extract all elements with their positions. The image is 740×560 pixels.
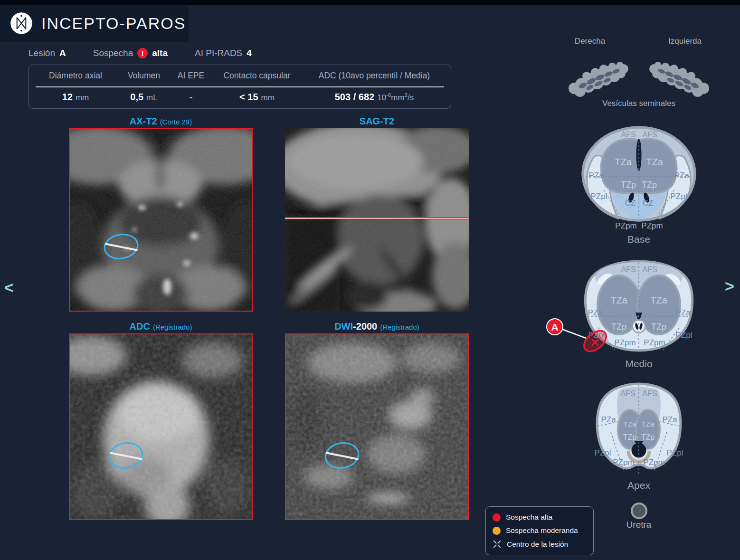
zone-label-pzpm: PZpm [615,221,636,230]
zone-label-tza: TZa [646,157,663,167]
left-side-label: Izquierda [657,37,712,46]
zone-label-pza: PZa [588,171,604,180]
urethra-icon [631,503,647,519]
zone-label-tzp: TZp [611,322,626,332]
lesion-label: Lesión [28,48,55,58]
zone-label-pzpm: PZpm [644,338,665,347]
zone-label-tza: TZa [615,157,632,167]
zone-label-tza: TZa [650,295,667,305]
suspicion-legend: Sospecha alta Sospecha moderanda Centro … [485,506,594,555]
zone-label-pzpm: PZpm [613,458,634,467]
col-adc: ADC (10avo percentil / Media) [298,71,451,81]
zone-label-cz: CZ [625,199,636,208]
urethra-label: Uretra [610,520,667,530]
pirads-value: 4 [247,48,252,58]
zone-label-tzp: TZp [651,322,666,332]
base-sector-diagram[interactable]: AFS AFS TZa TZa PZa PZa TZp TZp PZpl PZp… [578,122,700,236]
medio-label: Medio [610,358,667,370]
zone-label-tza: TZa [610,295,627,305]
suspicion-label: Sospecha [93,48,133,58]
suspicion-value: alta [152,48,168,58]
apex-label: Apex [610,480,667,491]
apex-sector-diagram[interactable]: AFS AFS PZa PZa TZa TZa TZp TZp PZpl PZp… [580,379,697,482]
adc-viewer[interactable] [69,333,253,520]
legend-item-center: Centro de la lesión [493,540,587,549]
zone-label-tzp: TZp [642,180,657,190]
slice-indicator-line[interactable] [285,217,469,219]
col-capsular: Contacto capsular [216,71,298,81]
zone-label-afs: AFS [642,389,657,398]
zone-label-tza: TZa [624,420,636,428]
prev-lesion-button[interactable]: < [4,279,14,295]
diameter-value: 12mm [29,92,122,103]
header-separator [36,86,444,87]
pirads-label: AI PI-RADS [195,48,242,58]
zone-label-pza: PZa [675,308,691,317]
zone-label-afs: AFS [621,131,636,139]
ax-t2-title: AX-T2(Corte 29) [69,116,253,127]
seminal-vesicles-diagram[interactable] [564,56,714,102]
zone-label-pzpl: PZpl [667,448,683,457]
lesion-header: Lesión A Sospecha ! alta AI PI-RADS 4 [28,46,252,60]
base-label: Base [610,234,667,245]
zone-label-pzpl: PZpl [591,192,607,201]
col-volume: Volumen [122,71,166,81]
zone-label-pzpl: PZpl [595,448,611,457]
alert-icon: ! [137,48,148,58]
sag-t2-viewer[interactable] [285,128,469,312]
zone-label-afs: AFS [620,389,635,398]
adc-title: ADC(Registrado) [69,321,253,332]
ax-t2-viewer[interactable] [69,128,253,312]
lesion-value: A [59,48,66,58]
moderate-suspicion-dot-icon [493,527,501,535]
brand-title: INCEPTO-PAROS [41,14,186,33]
pirads-group: AI PI-RADS 4 [195,48,252,58]
capsular-value: < 15mm [216,92,298,103]
lesion-badge-letter: A [551,322,558,332]
right-side-label: Derecha [563,37,617,46]
col-epe: AI EPE [166,71,216,81]
zone-label-pzpl: PZpl [671,192,687,201]
legend-item-high: Sospecha alta [493,513,587,522]
metrics-value-row: 12mm 0,5mL - < 15mm 503 / 68210-6mm2/s [29,86,451,108]
zone-label-pza: PZa [674,171,689,180]
metrics-table: Diámetro axial Volumen AI EPE Contacto c… [28,65,451,109]
dwi-title: DWI-2000(Registrado) [285,321,469,332]
zone-label-tzp: TZp [621,180,636,190]
col-diameter: Diámetro axial [29,71,122,81]
zone-label-pza: PZa [601,415,616,424]
epe-value: - [166,92,216,103]
volume-value: 0,5mL [122,92,166,103]
high-suspicion-dot-icon [493,513,501,522]
adc-value: 503 / 68210-6mm2/s [298,92,451,103]
incepto-logo-icon [9,10,34,36]
metrics-header-row: Diámetro axial Volumen AI EPE Contacto c… [29,65,451,86]
zone-label-pzpm: PZpm [643,458,664,467]
vesicles-label: Vesículas seminales [582,99,696,108]
suspicion-group: Sospecha ! alta [93,48,168,58]
top-strip [0,0,740,5]
zone-label-afs: AFS [642,131,657,139]
zone-label-pzpl: PZpl [676,331,693,340]
next-lesion-button[interactable]: > [725,278,734,294]
zone-label-tza: TZa [642,420,655,428]
zone-label-pza: PZa [662,415,677,424]
lesion-a-badge[interactable]: A [547,319,563,335]
legend-item-moderate: Sospecha moderanda [493,526,587,535]
medio-sector-diagram[interactable]: AFS AFS TZa TZa PZa PZa TZp TZp PZpl PZp… [541,256,705,360]
lesion-center-x-icon [493,540,502,549]
brand-header: INCEPTO-PAROS [0,5,189,42]
zone-label-pzpm: PZpm [614,338,636,347]
zone-label-tzp: TZp [641,433,655,441]
zone-label-tzp: TZp [623,433,637,441]
zone-label-cz: CZ [643,199,654,208]
zone-label-pzpm: PZpm [641,221,663,230]
zone-label-pza: PZa [588,308,603,317]
lesion-id-group: Lesión A [28,48,66,58]
zone-label-afs: AFS [642,266,657,274]
sag-t2-title: SAG-T2 [285,116,469,127]
zone-label-afs: AFS [621,266,636,274]
dwi-viewer[interactable] [285,333,469,520]
lesion-callout-line [562,329,586,338]
